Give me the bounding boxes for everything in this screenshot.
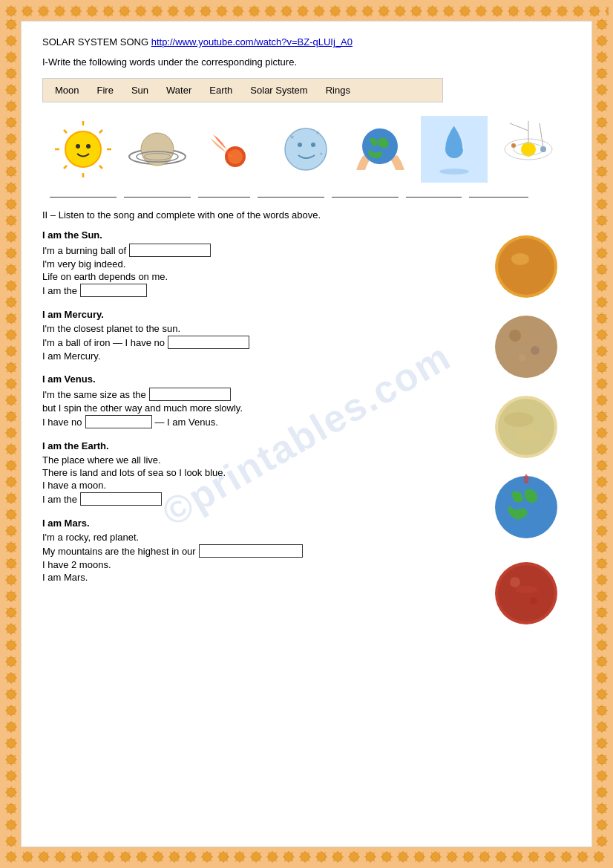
svg-text:★: ★ (289, 134, 295, 140)
svg-point-25 (86, 144, 91, 149)
svg-point-62 (519, 354, 526, 362)
label-saturn (124, 186, 191, 198)
svg-point-70 (510, 577, 520, 587)
word-fire: Fire (97, 85, 114, 96)
image-cell-saturn (124, 116, 191, 183)
verse-sun-line3: Life on earth depends on me. (42, 271, 477, 282)
word-rings: Rings (326, 85, 350, 96)
verse-sun-line1: I'm a burning ball of (42, 244, 477, 257)
verse-sun-line4: I am the (42, 284, 477, 297)
label-solarsystem (469, 186, 528, 198)
image-cell-earth (347, 116, 413, 183)
image-cell-water (421, 116, 488, 183)
svg-point-41 (298, 143, 302, 147)
verse-sun-title: I am the Sun. (42, 229, 477, 241)
image-cell-solarsystem (495, 116, 562, 183)
svg-line-30 (64, 130, 67, 133)
svg-point-61 (531, 346, 540, 355)
fire-image (198, 116, 265, 183)
fill-venus-blank2[interactable] (85, 415, 152, 428)
svg-point-59 (495, 316, 557, 378)
page-content: ©printables.com SOLAR SYSTEM SONG http:/… (21, 21, 592, 847)
planet-img-mars (489, 556, 563, 630)
planet-img-sun (489, 229, 563, 304)
title-row: SOLAR SYSTEM SONG http://www.youtube.com… (42, 36, 571, 48)
verse-sun-line2: I'm very big indeed. (42, 258, 477, 270)
svg-point-60 (509, 330, 521, 342)
verse-earth-title: I am the Earth. (42, 440, 477, 451)
word-water: Water (166, 85, 191, 96)
svg-point-48 (521, 142, 536, 157)
word-solar-system: Solar System (250, 85, 307, 96)
image-cell-fire (198, 116, 265, 183)
verse-mars-line1: I'm a rocky, red planet. (42, 532, 477, 543)
label-fire (198, 186, 250, 198)
page-wrapper: ©printables.com SOLAR SYSTEM SONG http:/… (0, 0, 613, 868)
verse-earth-line2: There is land and lots of sea so I look … (42, 467, 477, 478)
verse-mercury-title: I am Mercury. (42, 309, 477, 320)
planet-img-earth (489, 470, 563, 544)
saturn-image (124, 116, 191, 183)
section-ii-title: II – Listen to the song and complete wit… (42, 209, 571, 221)
svg-point-65 (504, 412, 534, 427)
verse-mars-line2: My mountains are the highest in our (42, 544, 477, 558)
svg-point-64 (498, 399, 554, 455)
svg-point-58 (511, 253, 529, 265)
solarsystem-image (495, 116, 562, 183)
svg-point-52 (511, 143, 516, 148)
verse-mars-line3: I have 2 moons. (42, 559, 477, 570)
fill-mars-blank[interactable] (199, 544, 303, 558)
fill-sun-fire[interactable] (129, 244, 211, 257)
label-moon (258, 186, 324, 198)
moon-image: ★ ★ ★ (272, 116, 339, 183)
label-water (406, 186, 462, 198)
fill-sun-name[interactable] (80, 284, 147, 297)
verse-venus-title: I am Venus. (42, 373, 477, 385)
svg-point-71 (530, 597, 537, 604)
fill-mercury-blank[interactable] (168, 336, 249, 349)
planet-img-mercury (489, 310, 563, 384)
planet-img-venus (489, 390, 563, 464)
svg-line-31 (99, 166, 102, 169)
word-moon: Moon (55, 85, 79, 96)
svg-point-47 (439, 169, 469, 174)
word-earth: Earth (209, 85, 232, 96)
verse-earth-line4: I am the (42, 492, 477, 506)
verse-venus-line3: I have no — I am Venus. (42, 415, 477, 428)
svg-text:★: ★ (319, 151, 323, 156)
right-planet-images (489, 229, 571, 630)
svg-line-54 (540, 123, 543, 148)
water-image (421, 116, 488, 183)
label-earth (332, 186, 399, 198)
svg-line-53 (510, 123, 528, 131)
image-cell-sun (50, 116, 117, 183)
svg-line-33 (64, 166, 67, 169)
verse-mars: I am Mars. I'm a rocky, red planet. My m… (42, 518, 477, 583)
youtube-link[interactable]: http://www.youtube.com/watch?v=BZ-qLUIj_… (151, 36, 353, 48)
verse-earth-line1: The place where we all live. (42, 454, 477, 466)
fill-venus-blank1[interactable] (149, 388, 231, 401)
verse-mars-title: I am Mars. (42, 518, 477, 529)
earth-image (347, 116, 413, 183)
word-bank: Moon Fire Sun Water Earth Solar System R… (42, 78, 443, 102)
label-sun (50, 186, 117, 198)
verse-mars-line4: I am Mars. (42, 572, 477, 583)
verse-mercury-line2: I'm a ball of iron — I have no (42, 336, 477, 349)
svg-rect-20 (4, 18, 18, 850)
verse-mercury-line3: I am Mercury. (42, 350, 477, 362)
svg-rect-9 (4, 4, 609, 18)
fill-earth-blank[interactable] (80, 492, 162, 506)
image-cell-moon: ★ ★ ★ (272, 116, 339, 183)
labels-row (42, 186, 571, 198)
verse-mercury-line1: I'm the closest planet to the sun. (42, 323, 477, 334)
svg-rect-10 (4, 850, 609, 864)
verse-sun: I am the Sun. I'm a burning ball of I'm … (42, 229, 477, 297)
left-content: I am the Sun. I'm a burning ball of I'm … (42, 229, 477, 630)
svg-line-32 (99, 130, 102, 133)
svg-point-57 (498, 238, 554, 295)
svg-point-24 (76, 144, 80, 149)
section-ii: II – Listen to the song and complete wit… (42, 209, 571, 630)
svg-rect-21 (595, 18, 609, 850)
verse-venus-line1: I'm the same size as the (42, 388, 477, 401)
section-i-instruction: I-Write the following words under the co… (42, 56, 571, 68)
